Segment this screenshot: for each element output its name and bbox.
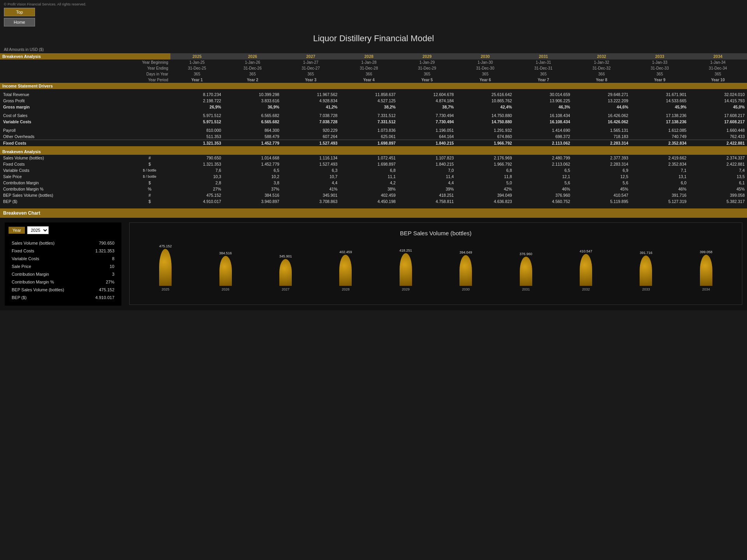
year-2027: 2027: [282, 53, 340, 60]
breakeven-analysis-header: Breakeven Analysis: [0, 53, 170, 60]
bep-sales-volume-bottles-row: BEP Sales Volume (bottles) # 475.152 384…: [0, 192, 747, 198]
fixed-costs-income-row: Fixed Costs 1.321.353 1.452.779 1.527.49…: [0, 140, 747, 147]
bar-2030: 394.049 2030: [437, 250, 494, 291]
gross-profit-row: Gross Profit 2.198.722 3.833.616 4.928.8…: [0, 98, 747, 104]
home-button[interactable]: Home: [4, 18, 35, 26]
bep-variable-costs-bottle-label: Variable Costs: [0, 167, 129, 173]
year-2032: 2032: [572, 53, 631, 60]
page-title: Liquor Distillery Financial Model: [0, 29, 747, 47]
breakeven-chart-header: Breakeven Chart: [0, 208, 747, 218]
bep-sales-volume-unit: #: [129, 155, 171, 161]
bep-contribution-margin-label: Contribution Margin: [0, 180, 129, 186]
year-ending-label: Year Ending: [0, 65, 170, 71]
year-2029: 2029: [398, 53, 456, 60]
bar-2027: 345.901 2027: [257, 254, 314, 291]
chart-variable-costs-label: Variable Costs: [9, 255, 85, 262]
variable-costs-label: Variable Costs: [0, 119, 170, 125]
bep-sale-price-unit: $ / bottle: [129, 173, 171, 180]
fixed-costs-income-label: Fixed Costs: [0, 140, 170, 147]
chart-bep-dollar-label: BEP ($): [9, 294, 85, 301]
bep-chart-container: BEP Sales Volume (bottles) 475.152 2025 …: [129, 222, 742, 305]
income-statement-header-row: Income Statement Drivers: [0, 83, 747, 89]
chart-contribution-margin-label: Contribution Margin: [9, 271, 85, 278]
bep-sale-price-row: Sale Price $ / bottle 10,3 10,2 10,7 11,…: [0, 173, 747, 180]
gross-margin-label: Gross margin: [0, 104, 170, 110]
chart-contribution-margin-pct-val: 27%: [86, 278, 117, 285]
chart-contribution-margin-pct-label: Contribution Margin %: [9, 278, 85, 285]
bep-dollar-label: BEP ($): [0, 198, 129, 205]
bar-2028: 402.459 2028: [317, 250, 374, 291]
days-in-year-label: Days in Year: [0, 71, 170, 77]
cost-of-sales-row: Cost of Sales 5.971.512 6.565.682 7.038.…: [0, 112, 747, 119]
bep-sales-volume-bottles-label: BEP Sales Volume (bottles): [0, 192, 129, 198]
bep-fixed-costs-unit: $: [129, 161, 171, 167]
income-statement-header: Income Statement Drivers: [0, 83, 747, 89]
bep-variable-costs-bottle-unit: $ / bottle: [129, 167, 171, 173]
bep-dollar-unit: $: [129, 198, 171, 205]
payroll-label: Payroll: [0, 127, 170, 133]
bar-2032: 410.547 2032: [557, 249, 615, 291]
total-revenue-label: Total Revenue: [0, 91, 170, 98]
bep-sales-volume-row: Sales Volume (bottles) # 790.650 1.014.6…: [0, 155, 747, 161]
chart-sale-price-row: Sale Price 10: [9, 263, 117, 270]
bar-2026: 384.516 2026: [196, 251, 254, 291]
variable-costs-row: Variable Costs 5.971.512 6.565.682 7.038…: [0, 119, 747, 125]
chart-sale-price-label: Sale Price: [9, 263, 85, 270]
year-2033: 2033: [631, 53, 689, 60]
year-beginning-row: Year Beginning 1-Jan-25 1-Jan-26 1-Jan-2…: [0, 60, 747, 65]
bep-fixed-costs-label: Fixed Costs: [0, 161, 129, 167]
currency-note: All Amounts in USD ($): [0, 47, 747, 53]
bar-2033: 391.716 2033: [617, 251, 675, 291]
bep-contribution-margin-pct-unit: %: [129, 186, 171, 192]
bep-sales-volume-label: Sales Volume (bottles): [0, 155, 129, 161]
bep-fixed-costs-row: Fixed Costs $ 1.321.353 1.452.779 1.527.…: [0, 161, 747, 167]
chart-variable-costs-val: 8: [86, 255, 117, 262]
payroll-row: Payroll 810.000 864.300 920.229 1.073.83…: [0, 127, 747, 133]
bep-contribution-margin-pct-label: Contribution Margin %: [0, 186, 129, 192]
year-2030: 2030: [456, 53, 514, 60]
bar-chart: 475.152 2025 384.516 2026 345.901 2027 4…: [137, 240, 735, 301]
chart-controls-panel: Year 2025 2026 2027 2028 2029 2030 2031 …: [5, 222, 121, 306]
bep-sales-volume-bottles-unit: #: [129, 192, 171, 198]
year-ending-row: Year Ending 31-Dec-25 31-Dec-26 31-Dec-2…: [0, 65, 747, 71]
chart-contribution-margin-row: Contribution Margin 3: [9, 271, 117, 278]
gross-profit-label: Gross Profit: [0, 98, 170, 104]
total-revenue-row: Total Revenue 8.170.234 10.399.298 11.96…: [0, 91, 747, 98]
main-financial-table: Breakeven Analysis 2025 2026 2027 2028 2…: [0, 53, 747, 205]
bep-chart-title: BEP Sales Volume (bottles): [137, 230, 735, 236]
chart-bep-sales-row: BEP Sales Volume (bottles) 475.152: [9, 286, 117, 293]
bar-2034: 399.058 2034: [677, 250, 735, 291]
cost-of-sales-label: Cost of Sales: [0, 112, 170, 119]
top-button[interactable]: Top: [4, 8, 35, 16]
other-overheads-row: Other Overheads 511.353 588.479 607.264 …: [0, 133, 747, 140]
chart-stats-table: Sales Volume (bottles) 790.650 Fixed Cos…: [9, 239, 117, 302]
year-2028: 2028: [340, 53, 398, 60]
year-2034: 2034: [689, 53, 747, 60]
bar-2025: 475.152 2025: [137, 244, 194, 291]
bep-variable-costs-bottle-row: Variable Costs $ / bottle 7,6 6,5 6,3 6,…: [0, 167, 747, 173]
chart-bep-sales-label: BEP Sales Volume (bottles): [9, 286, 85, 293]
chart-sale-price-val: 10: [86, 263, 117, 270]
chart-fixed-costs-label: Fixed Costs: [9, 247, 85, 254]
chart-contribution-margin-pct-row: Contribution Margin % 27%: [9, 278, 117, 285]
chart-contribution-margin-val: 3: [86, 271, 117, 278]
bep-contribution-margin-unit: $: [129, 180, 171, 186]
chart-variable-costs-row: Variable Costs 8: [9, 255, 117, 262]
other-overheads-label: Other Overheads: [0, 133, 170, 140]
chart-sales-volume-row: Sales Volume (bottles) 790.650: [9, 240, 117, 247]
bar-2029: 418.251 2029: [377, 248, 435, 291]
top-bar: © Profit Vision Financial Services. All …: [0, 0, 747, 29]
year-2031: 2031: [514, 53, 573, 60]
breakeven-table-header: Breakeven Analysis: [0, 146, 747, 155]
days-in-year-row: Days in Year 365 365 365 366 365 365 365…: [0, 71, 747, 77]
year-period-row: Year Period Year 1 Year 2 Year 3 Year 4 …: [0, 77, 747, 83]
bar-2031: 376.960 2031: [497, 252, 554, 291]
year-2025: 2025: [170, 53, 223, 60]
chart-bep-dollar-row: BEP ($) 4.910.017: [9, 294, 117, 301]
year-period-label: Year Period: [0, 77, 170, 83]
bep-contribution-margin-row: Contribution Margin $ 2,8 3,8 4,4 4,2 4,…: [0, 180, 747, 186]
year-selector-dropdown[interactable]: 2025 2026 2027 2028 2029 2030 2031 2032 …: [27, 226, 49, 234]
chart-fixed-costs-row: Fixed Costs 1.321.353: [9, 247, 117, 254]
chart-sales-volume-label: Sales Volume (bottles): [9, 240, 85, 247]
bep-dollar-row: BEP ($) $ 4.910.017 3.940.897 3.708.863 …: [0, 198, 747, 205]
